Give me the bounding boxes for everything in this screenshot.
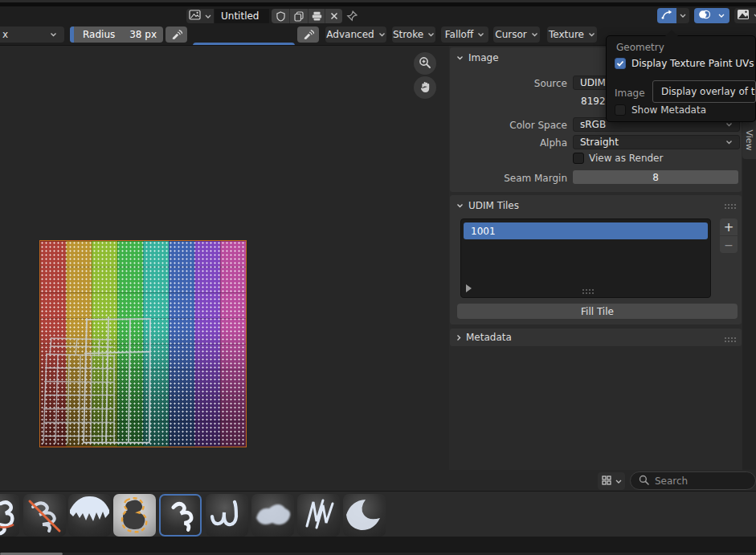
radius-slider[interactable]: Radius 38 px [70,27,163,43]
display-uvs-checkbox[interactable] [615,58,626,69]
falloff-dropdown[interactable]: Falloff [441,27,488,43]
stylus-pressure-icon [303,28,314,42]
unlink-close-icon[interactable] [325,9,342,23]
image-size-text: 8192 [581,96,606,107]
fill-tile-button[interactable]: Fill Tile [457,304,738,319]
brush-thumb-clone[interactable] [113,494,156,537]
seam-margin-label: Seam Margin [466,173,567,184]
brush-thumb-multistroke[interactable] [297,494,340,537]
seam-margin-value: 8 [652,172,659,183]
alpha-dropdown[interactable]: Straight [573,135,740,149]
display-uvs-row[interactable]: Display Texture Paint UVs [615,58,754,69]
panel-grip-icon[interactable] [724,201,737,212]
blend-mode-value: x [2,29,8,40]
new-image-copy-icon[interactable] [290,9,309,23]
image-heading: Image [615,88,645,99]
datablock-actions [272,9,342,23]
list-resize-grip-icon[interactable] [582,286,595,297]
fill-tile-label: Fill Tile [581,306,614,317]
stroke-label: Stroke [393,29,423,40]
color-space-label: Color Space [466,120,567,131]
chevron-down-icon [477,32,484,37]
udim-tile-image[interactable] [39,240,247,447]
brush-thumb-paint-soft-selected[interactable] [159,494,202,537]
udim-tiles-header[interactable]: UDIM Tiles [456,200,519,211]
chevron-down-icon [427,32,435,37]
brush-thumb-image [161,496,200,535]
alpha-label: Alpha [466,137,567,149]
image-name-value: Untitled [221,10,259,22]
image-datablock-selector[interactable] [186,9,214,23]
overlays-toggle-button[interactable] [694,8,713,23]
radius-value: 38 px [129,29,157,40]
overlays-icon [698,9,710,22]
show-metadata-checkbox[interactable] [615,104,626,116]
stylus-pressure-icon [171,28,182,42]
overlays-dropdown-open[interactable] [713,8,729,23]
blend-mode-dropdown[interactable]: x [0,27,64,43]
chevron-right-icon [456,334,461,341]
tooltip-text: Display overlay of text [661,86,756,97]
brush-thumb-erase[interactable] [23,494,66,537]
udim-tile-item-selected[interactable]: 1001 [464,222,708,239]
editor-type-button[interactable] [734,8,756,23]
search-input[interactable] [655,475,739,487]
stroke-dropdown[interactable]: Stroke [392,27,435,43]
image-panel-title: Image [468,52,499,63]
brush-thumb-ink-pen[interactable] [206,494,248,537]
brush-thumb-smear-soft[interactable] [251,494,294,537]
gizmo-icon [661,9,673,22]
image-icon [189,10,201,22]
view-as-render-row[interactable]: View as Render [573,153,663,164]
image-name-field[interactable]: Untitled [215,9,269,23]
image-editor-icon [737,9,750,22]
search-icon [639,475,649,488]
cursor-dropdown[interactable]: Cursor [493,27,540,43]
display-mode-button[interactable] [598,472,625,490]
zoom-plus-icon [419,56,431,71]
radius-pressure-button[interactable] [166,27,187,43]
fake-user-shield-icon[interactable] [272,9,290,23]
chevron-down-icon [588,32,595,37]
source-value: UDIM [580,77,606,88]
sidebar-tab-view[interactable]: View [742,120,756,159]
falloff-label: Falloff [445,29,473,40]
pin-icon[interactable] [345,10,359,22]
minus-icon: − [724,239,734,251]
advanced-dropdown[interactable]: Advanced [325,27,386,43]
remove-tile-button[interactable]: − [720,236,738,253]
metadata-header[interactable]: Metadata [456,332,512,343]
view-tab-label: View [744,129,754,150]
brush-thumb-paint-drips[interactable] [68,494,111,537]
panel-grip-icon[interactable] [724,334,737,345]
metadata-panel: Metadata [450,329,742,346]
texture-dropdown[interactable]: Texture [547,27,597,43]
zoom-gizmo-button[interactable] [414,52,436,75]
asset-search-field[interactable] [630,471,756,490]
radius-slider-fill [70,27,74,43]
geometry-heading: Geometry [616,42,664,53]
show-metadata-label: Show Metadata [631,104,706,116]
advanced-label: Advanced [326,29,374,40]
brush-thumb-paint-hard[interactable] [0,494,19,537]
chevron-down-icon [718,14,725,18]
seam-margin-slider[interactable]: 8 [573,170,738,184]
image-panel-header[interactable]: Image [456,52,499,63]
view-as-render-checkbox[interactable] [573,153,584,164]
pack-image-icon[interactable] [309,9,325,23]
list-filter-expand-icon[interactable] [466,284,472,292]
gizmo-toggle-button[interactable] [657,8,676,23]
show-metadata-row[interactable]: Show Metadata [615,104,706,116]
chevron-down-icon [456,203,464,208]
strength-pressure-button[interactable] [297,27,319,43]
pan-gizmo-button[interactable] [414,76,436,99]
chevron-down-icon [205,14,211,18]
chevron-down-icon [725,140,733,145]
overlays-popup: Geometry Display Texture Paint UVs Image… [606,35,756,122]
header-bar: Untitled [0,6,756,24]
add-tile-button[interactable]: + [720,218,738,235]
brush-thumb-smudge[interactable] [343,494,386,537]
check-icon [616,60,624,67]
gizmo-dropdown[interactable] [676,8,689,23]
blender-image-editor: Untitled [0,0,756,555]
